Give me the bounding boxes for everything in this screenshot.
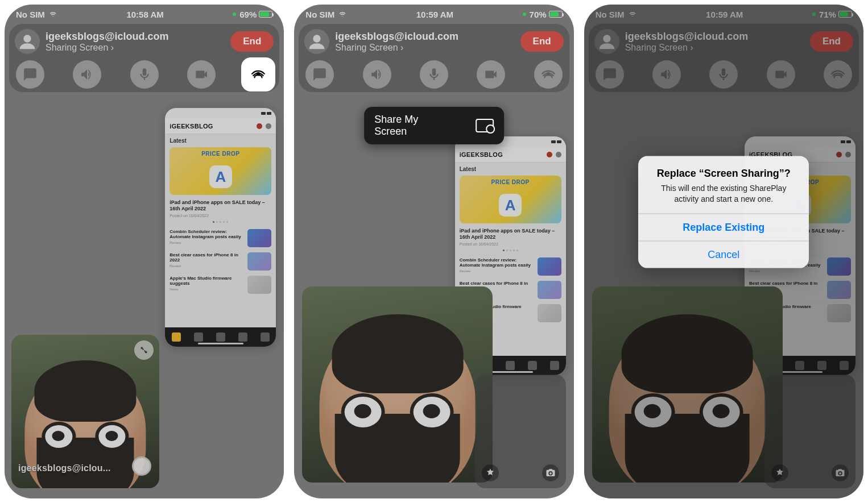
speaker-button[interactable] [73, 60, 101, 89]
screenshot-step-1: No SIM 10:58 AM 69% igeeksblogs@icloud.c… [5, 5, 284, 498]
carrier-label: No SIM [16, 10, 45, 19]
shared-screen-preview[interactable]: iGEEKSBLOG Latest PRICE DROP A iPad and … [165, 108, 276, 347]
gear-icon [266, 123, 271, 129]
mute-button[interactable] [420, 60, 448, 89]
share-screen-icon [476, 119, 493, 132]
alert-body: This will end the existing SharePlay act… [648, 183, 799, 205]
messages-button[interactable] [305, 60, 334, 89]
expand-icon[interactable] [134, 340, 154, 360]
contact-name: igeeksblogs@icloud.com [46, 31, 225, 43]
battery-icon [549, 11, 563, 18]
shared-app-logo: iGEEKSBLOG [460, 151, 503, 158]
share-my-screen-button[interactable]: Share My Screen [364, 107, 504, 144]
sharing-status[interactable]: Sharing Screen › [46, 43, 225, 53]
remote-pip[interactable] [302, 286, 493, 483]
list-item: Combin Scheduler review: Automate Instag… [165, 226, 276, 250]
headline-meta: Posted on 16/04/2022 [170, 214, 271, 218]
pip-user: igeeksblogs@iclou... [18, 463, 111, 473]
activity-dot [233, 13, 236, 16]
replace-alert: Replace “Screen Sharing”? This will end … [638, 156, 809, 268]
banner-text: PRICE DROP [170, 151, 271, 157]
shared-banner: PRICE DROP A [170, 147, 271, 195]
battery-percent: 69% [239, 10, 257, 19]
contact-name: igeeksblogs@icloud.com [335, 31, 514, 43]
headline: iPad and iPhone apps on SALE today – 16t… [170, 199, 271, 213]
shared-statusbar [165, 108, 276, 118]
sharing-status[interactable]: Sharing Screen › [335, 43, 514, 53]
banner-app-icon: A [499, 194, 522, 217]
battery-percent: 70% [530, 10, 547, 19]
carrier-label: No SIM [305, 10, 334, 19]
screenshot-step-2: No SIM 10:59 AM 70% igeeksblogs@icloud.c… [294, 5, 573, 498]
cancel-button[interactable]: Cancel [638, 240, 809, 268]
svg-point-4 [549, 472, 552, 475]
share-pill-label: Share My Screen [374, 114, 452, 138]
call-header: igeeksblogs@icloud.com Sharing Screen › … [9, 24, 279, 92]
messages-button[interactable] [16, 60, 44, 89]
shared-app-header: iGEEKSBLOG [165, 118, 276, 134]
gear-icon [556, 152, 561, 157]
replace-existing-button[interactable]: Replace Existing [638, 213, 809, 240]
end-call-button[interactable]: End [520, 31, 564, 52]
status-bar: No SIM 10:59 AM 70% [294, 5, 573, 24]
speaker-button[interactable] [363, 60, 391, 89]
banner-app-icon: A [209, 165, 232, 188]
shareplay-button[interactable] [244, 60, 272, 89]
bell-icon [547, 152, 552, 157]
home-indicator [198, 343, 243, 344]
battery-icon [259, 11, 272, 18]
self-tile[interactable] [475, 375, 566, 488]
headline: iPad and iPhone apps on SALE today – 16t… [460, 228, 561, 241]
wifi-icon [338, 10, 347, 19]
list-item: Apple's Mac Studio firmware suggestsNews [165, 273, 276, 296]
end-call-button[interactable]: End [230, 31, 274, 52]
mute-button[interactable] [130, 60, 159, 89]
screenshot-step-3: No SIM 10:59 AM 71% igeeksblogs@icloud.c… [584, 5, 863, 498]
wifi-icon [48, 10, 57, 19]
effects-button[interactable] [482, 464, 499, 481]
call-header: igeeksblogs@icloud.com Sharing Screen › … [299, 24, 569, 92]
status-bar: No SIM 10:58 AM 69% [5, 5, 284, 24]
shared-section: Latest [165, 134, 276, 145]
bell-icon [257, 123, 262, 129]
shared-section: Latest [455, 163, 566, 173]
shared-app-logo: iGEEKSBLOG [170, 123, 213, 130]
clock: 10:59 AM [416, 10, 453, 19]
activity-dot [523, 13, 526, 16]
svg-point-2 [313, 35, 321, 42]
camera-button[interactable] [187, 60, 216, 89]
list-item: Best clear cases for iPhone 8 in 2022Rev… [165, 250, 276, 273]
banner-text: PRICE DROP [460, 179, 561, 185]
pager-dots [165, 218, 276, 226]
clock: 10:58 AM [126, 10, 163, 19]
camera-button[interactable] [477, 60, 505, 89]
shutter-button[interactable] [132, 456, 151, 476]
svg-point-0 [23, 35, 31, 42]
alert-title: Replace “Screen Sharing”? [648, 168, 799, 180]
flip-camera-button[interactable] [542, 464, 559, 481]
avatar[interactable] [15, 29, 40, 54]
self-pip[interactable]: igeeksblogs@iclou... [11, 335, 159, 488]
shareplay-button[interactable] [534, 60, 563, 89]
avatar[interactable] [304, 29, 329, 54]
